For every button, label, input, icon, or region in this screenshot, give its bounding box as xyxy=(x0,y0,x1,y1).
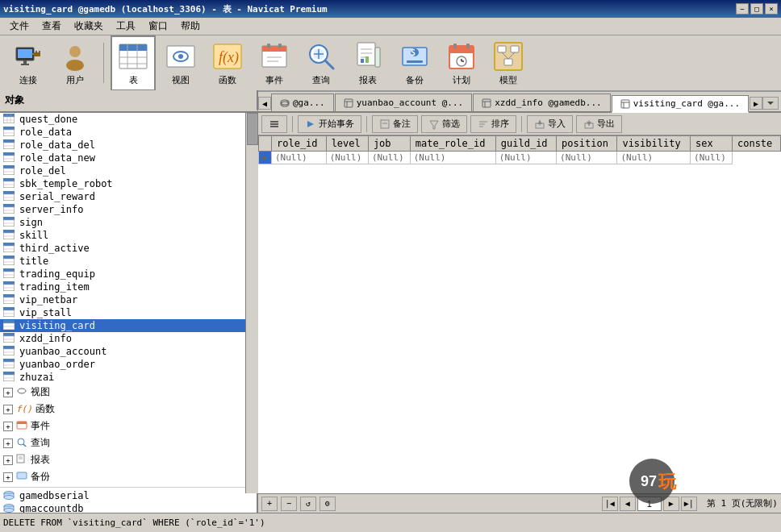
export-button[interactable]: 导出 xyxy=(576,115,622,133)
col-level[interactable]: level xyxy=(326,136,368,152)
tab-yuanbao[interactable]: yuanbao_account @... xyxy=(335,94,472,111)
sidebar-item-vip-stall[interactable]: vip_stall xyxy=(0,306,257,319)
cell-job[interactable]: (Null) xyxy=(368,152,410,164)
sidebar-item-skill[interactable]: skill xyxy=(0,229,257,242)
sidebar-section-view[interactable]: + 视图 xyxy=(0,384,257,401)
sidebar-item-role-data-del[interactable]: role_data_del xyxy=(0,139,257,152)
connect-label: 连接 xyxy=(19,74,37,86)
cell-guild-id[interactable]: (Null) xyxy=(495,152,556,164)
cell-mate-role-id[interactable]: (Null) xyxy=(410,152,495,164)
cell-role-id[interactable]: (Null) xyxy=(272,152,327,164)
sidebar-section-event[interactable]: + 事件 xyxy=(0,418,257,434)
menu-tools[interactable]: 工具 xyxy=(110,18,142,35)
sidebar-item-serial[interactable]: serial_reward xyxy=(0,190,257,203)
expand-query-icon: + xyxy=(3,438,13,448)
col-job[interactable]: job xyxy=(368,136,410,152)
menu-file[interactable]: 文件 xyxy=(3,18,36,35)
close-button[interactable]: × xyxy=(765,3,778,15)
tab-gamedb[interactable]: @ga... xyxy=(271,94,334,111)
svg-rect-103 xyxy=(3,217,15,220)
filter-label: 筛选 xyxy=(442,118,460,130)
sidebar-item-sign[interactable]: sign xyxy=(0,216,257,229)
menu-window[interactable]: 窗口 xyxy=(142,18,174,35)
sidebar-item-xzdd[interactable]: xzdd_info xyxy=(0,332,257,345)
tab-visiting-card[interactable]: visiting_card @ga... xyxy=(612,95,749,113)
tab-xzdd[interactable]: xzdd_info @gamedb... xyxy=(473,94,610,111)
window-controls[interactable]: − □ × xyxy=(736,3,778,15)
settings-button[interactable]: ⚙ xyxy=(320,497,336,511)
page-info-text: 第 1 页(无限制) xyxy=(707,497,778,509)
sidebar-item-sbk[interactable]: sbk_temple_robot xyxy=(0,177,257,190)
nav-next-button[interactable]: ▶ xyxy=(663,497,679,511)
maximize-button[interactable]: □ xyxy=(750,3,763,15)
note-button[interactable]: 备注 xyxy=(372,115,418,133)
cell-visibility[interactable]: (Null) xyxy=(617,152,691,164)
cell-level[interactable]: (Null) xyxy=(326,152,368,164)
toolbar-table[interactable]: 表 xyxy=(111,35,156,91)
sidebar-item-role-data-new[interactable]: role_data_new xyxy=(0,152,257,164)
sidebar-table-name: serial_reward xyxy=(19,191,95,202)
toolbar-function[interactable]: f(x) 函数 xyxy=(206,36,249,90)
col-position[interactable]: position xyxy=(557,136,617,152)
menu-view[interactable]: 查看 xyxy=(36,18,68,35)
sidebar-item-vip-netbar[interactable]: vip_netbar xyxy=(0,293,257,306)
cell-sex[interactable]: (Null) xyxy=(691,152,733,164)
toolbar-schedule[interactable]: 计划 xyxy=(440,36,483,90)
start-transaction-button[interactable]: 开始事务 xyxy=(298,115,361,133)
sidebar-db-gamedbserial[interactable]: gamedbserial xyxy=(0,489,257,502)
sidebar-db-gmaccountdb[interactable]: gmaccountdb xyxy=(0,502,257,513)
nav-prev-button[interactable]: ◀ xyxy=(620,497,636,511)
sidebar-item-trading-equip[interactable]: trading_equip xyxy=(0,268,257,281)
sidebar-section-function[interactable]: + f() 函数 xyxy=(0,401,257,418)
minimize-button[interactable]: − xyxy=(736,3,749,15)
sidebar-item-server[interactable]: server_info xyxy=(0,203,257,216)
sidebar-item-quest-done[interactable]: quest_done xyxy=(0,113,257,126)
sidebar-item-role-del[interactable]: role_del xyxy=(0,164,257,177)
filter-button[interactable]: 筛选 xyxy=(421,115,467,133)
sidebar-section-query[interactable]: + 查询 xyxy=(0,434,257,451)
toolbar-user[interactable]: 用户 xyxy=(53,36,97,90)
refresh-button[interactable]: ↺ xyxy=(300,497,316,511)
nav-last-button[interactable]: ▶| xyxy=(681,497,697,511)
hamburger-menu-button[interactable] xyxy=(261,115,287,133)
expand-view-icon: + xyxy=(3,388,13,397)
toolbar-view[interactable]: 视图 xyxy=(159,36,203,90)
col-visibility[interactable]: visibility xyxy=(617,136,691,152)
svg-rect-22 xyxy=(262,46,286,52)
sidebar-item-yuanbao-order[interactable]: yuanbao_order xyxy=(0,358,257,371)
svg-rect-79 xyxy=(3,139,15,143)
tab-menu[interactable] xyxy=(762,97,779,110)
col-guild-id[interactable]: guild_id xyxy=(495,136,556,152)
cell-position[interactable]: (Null) xyxy=(557,152,617,164)
menu-favorites[interactable]: 收藏夹 xyxy=(68,18,110,35)
col-role-id[interactable]: role_id xyxy=(272,136,327,152)
sidebar-item-yuanbao-account[interactable]: yuanbao_account xyxy=(0,345,257,358)
sidebar-item-title[interactable]: title xyxy=(0,255,257,268)
toolbar-connect[interactable]: 连接 xyxy=(6,36,50,90)
sidebar-item-zhuzai[interactable]: zhuzai xyxy=(0,371,257,384)
col-mate-role-id[interactable]: mate_role_id xyxy=(410,136,495,152)
tab-scroll-right[interactable]: ▶ xyxy=(750,97,762,110)
delete-record-button[interactable]: − xyxy=(281,497,297,511)
nav-first-button[interactable]: |◀ xyxy=(602,497,618,511)
add-record-button[interactable]: + xyxy=(261,497,278,511)
sidebar-item-visiting-card[interactable]: visiting_card xyxy=(0,319,257,332)
sidebar-section-backup[interactable]: + 备份 xyxy=(0,468,257,485)
toolbar-model[interactable]: 模型 xyxy=(487,36,530,90)
table-small-icon xyxy=(3,191,16,202)
col-sex[interactable]: sex xyxy=(691,136,733,152)
sidebar-item-role-data[interactable]: role_data xyxy=(0,126,257,139)
tab-scroll-left[interactable]: ◀ xyxy=(258,97,271,110)
toolbar-query[interactable]: 查询 xyxy=(299,36,343,90)
col-conste[interactable]: conste xyxy=(732,136,780,152)
sidebar-item-trading-item[interactable]: trading_item xyxy=(0,281,257,293)
toolbar-report[interactable]: 报表 xyxy=(346,36,390,90)
page-number-input[interactable] xyxy=(637,497,662,511)
sidebar-item-third[interactable]: third_active xyxy=(0,242,257,255)
import-button[interactable]: 导入 xyxy=(527,115,573,133)
sidebar-section-report[interactable]: + 报表 xyxy=(0,451,257,468)
toolbar-event[interactable]: 事件 xyxy=(253,36,296,90)
toolbar-backup[interactable]: S 备份 xyxy=(393,36,436,90)
menu-help[interactable]: 帮助 xyxy=(174,18,207,35)
sort-button[interactable]: 排序 xyxy=(470,115,516,133)
